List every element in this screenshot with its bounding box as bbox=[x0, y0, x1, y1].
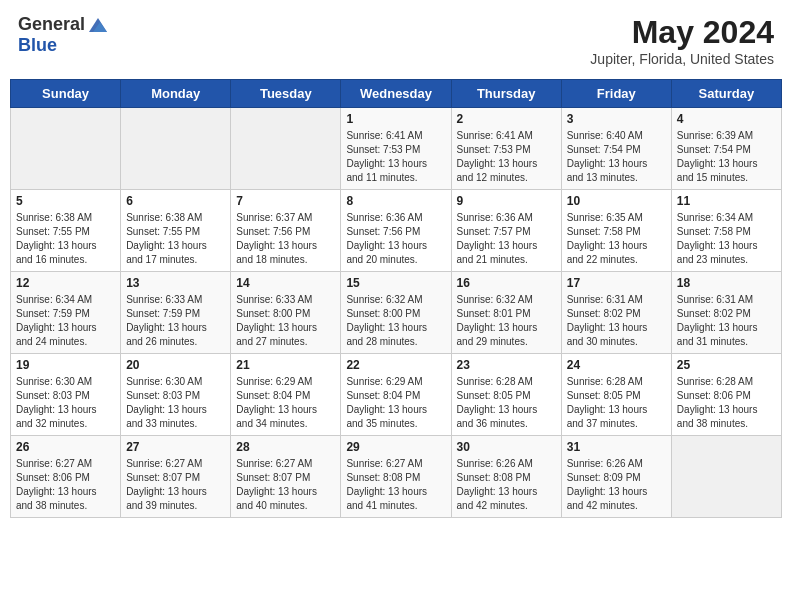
calendar-cell: 15Sunrise: 6:32 AM Sunset: 8:00 PM Dayli… bbox=[341, 272, 451, 354]
day-number: 5 bbox=[16, 194, 115, 208]
calendar-cell: 27Sunrise: 6:27 AM Sunset: 8:07 PM Dayli… bbox=[121, 436, 231, 518]
day-info: Sunrise: 6:31 AM Sunset: 8:02 PM Dayligh… bbox=[567, 293, 666, 349]
calendar-cell: 28Sunrise: 6:27 AM Sunset: 8:07 PM Dayli… bbox=[231, 436, 341, 518]
calendar-cell bbox=[671, 436, 781, 518]
logo: General Blue bbox=[18, 14, 109, 56]
day-info: Sunrise: 6:27 AM Sunset: 8:08 PM Dayligh… bbox=[346, 457, 445, 513]
calendar-cell: 21Sunrise: 6:29 AM Sunset: 8:04 PM Dayli… bbox=[231, 354, 341, 436]
day-info: Sunrise: 6:34 AM Sunset: 7:59 PM Dayligh… bbox=[16, 293, 115, 349]
day-info: Sunrise: 6:28 AM Sunset: 8:06 PM Dayligh… bbox=[677, 375, 776, 431]
calendar-cell: 11Sunrise: 6:34 AM Sunset: 7:58 PM Dayli… bbox=[671, 190, 781, 272]
day-info: Sunrise: 6:41 AM Sunset: 7:53 PM Dayligh… bbox=[346, 129, 445, 185]
day-info: Sunrise: 6:32 AM Sunset: 8:00 PM Dayligh… bbox=[346, 293, 445, 349]
calendar-cell: 19Sunrise: 6:30 AM Sunset: 8:03 PM Dayli… bbox=[11, 354, 121, 436]
day-info: Sunrise: 6:34 AM Sunset: 7:58 PM Dayligh… bbox=[677, 211, 776, 267]
day-of-week-wednesday: Wednesday bbox=[341, 80, 451, 108]
day-number: 3 bbox=[567, 112, 666, 126]
day-number: 13 bbox=[126, 276, 225, 290]
day-info: Sunrise: 6:31 AM Sunset: 8:02 PM Dayligh… bbox=[677, 293, 776, 349]
day-number: 23 bbox=[457, 358, 556, 372]
calendar-cell: 24Sunrise: 6:28 AM Sunset: 8:05 PM Dayli… bbox=[561, 354, 671, 436]
page-header: General Blue May 2024 Jupiter, Florida, … bbox=[10, 10, 782, 71]
day-of-week-tuesday: Tuesday bbox=[231, 80, 341, 108]
calendar-cell bbox=[121, 108, 231, 190]
day-info: Sunrise: 6:27 AM Sunset: 8:07 PM Dayligh… bbox=[126, 457, 225, 513]
calendar-cell: 2Sunrise: 6:41 AM Sunset: 7:53 PM Daylig… bbox=[451, 108, 561, 190]
day-number: 9 bbox=[457, 194, 556, 208]
logo-icon bbox=[87, 14, 109, 36]
week-row-4: 19Sunrise: 6:30 AM Sunset: 8:03 PM Dayli… bbox=[11, 354, 782, 436]
calendar-cell: 8Sunrise: 6:36 AM Sunset: 7:56 PM Daylig… bbox=[341, 190, 451, 272]
calendar-cell: 9Sunrise: 6:36 AM Sunset: 7:57 PM Daylig… bbox=[451, 190, 561, 272]
day-number: 11 bbox=[677, 194, 776, 208]
title-block: May 2024 Jupiter, Florida, United States bbox=[590, 14, 774, 67]
day-info: Sunrise: 6:41 AM Sunset: 7:53 PM Dayligh… bbox=[457, 129, 556, 185]
calendar-cell: 16Sunrise: 6:32 AM Sunset: 8:01 PM Dayli… bbox=[451, 272, 561, 354]
calendar-cell: 26Sunrise: 6:27 AM Sunset: 8:06 PM Dayli… bbox=[11, 436, 121, 518]
logo-blue: Blue bbox=[18, 36, 57, 56]
day-number: 30 bbox=[457, 440, 556, 454]
calendar-cell: 25Sunrise: 6:28 AM Sunset: 8:06 PM Dayli… bbox=[671, 354, 781, 436]
week-row-2: 5Sunrise: 6:38 AM Sunset: 7:55 PM Daylig… bbox=[11, 190, 782, 272]
calendar-table: SundayMondayTuesdayWednesdayThursdayFrid… bbox=[10, 79, 782, 518]
day-of-week-sunday: Sunday bbox=[11, 80, 121, 108]
day-info: Sunrise: 6:29 AM Sunset: 8:04 PM Dayligh… bbox=[346, 375, 445, 431]
day-info: Sunrise: 6:39 AM Sunset: 7:54 PM Dayligh… bbox=[677, 129, 776, 185]
calendar-cell: 1Sunrise: 6:41 AM Sunset: 7:53 PM Daylig… bbox=[341, 108, 451, 190]
day-number: 31 bbox=[567, 440, 666, 454]
day-of-week-thursday: Thursday bbox=[451, 80, 561, 108]
day-number: 7 bbox=[236, 194, 335, 208]
week-row-1: 1Sunrise: 6:41 AM Sunset: 7:53 PM Daylig… bbox=[11, 108, 782, 190]
day-number: 25 bbox=[677, 358, 776, 372]
calendar-cell: 17Sunrise: 6:31 AM Sunset: 8:02 PM Dayli… bbox=[561, 272, 671, 354]
day-number: 20 bbox=[126, 358, 225, 372]
day-info: Sunrise: 6:33 AM Sunset: 7:59 PM Dayligh… bbox=[126, 293, 225, 349]
day-number: 12 bbox=[16, 276, 115, 290]
calendar-cell: 18Sunrise: 6:31 AM Sunset: 8:02 PM Dayli… bbox=[671, 272, 781, 354]
subtitle: Jupiter, Florida, United States bbox=[590, 51, 774, 67]
calendar-cell: 13Sunrise: 6:33 AM Sunset: 7:59 PM Dayli… bbox=[121, 272, 231, 354]
day-info: Sunrise: 6:26 AM Sunset: 8:08 PM Dayligh… bbox=[457, 457, 556, 513]
calendar-cell bbox=[231, 108, 341, 190]
day-info: Sunrise: 6:27 AM Sunset: 8:06 PM Dayligh… bbox=[16, 457, 115, 513]
day-number: 29 bbox=[346, 440, 445, 454]
calendar-cell: 29Sunrise: 6:27 AM Sunset: 8:08 PM Dayli… bbox=[341, 436, 451, 518]
day-info: Sunrise: 6:28 AM Sunset: 8:05 PM Dayligh… bbox=[567, 375, 666, 431]
day-number: 2 bbox=[457, 112, 556, 126]
day-info: Sunrise: 6:26 AM Sunset: 8:09 PM Dayligh… bbox=[567, 457, 666, 513]
day-info: Sunrise: 6:37 AM Sunset: 7:56 PM Dayligh… bbox=[236, 211, 335, 267]
day-of-week-monday: Monday bbox=[121, 80, 231, 108]
day-info: Sunrise: 6:30 AM Sunset: 8:03 PM Dayligh… bbox=[16, 375, 115, 431]
calendar-cell: 23Sunrise: 6:28 AM Sunset: 8:05 PM Dayli… bbox=[451, 354, 561, 436]
calendar-cell: 10Sunrise: 6:35 AM Sunset: 7:58 PM Dayli… bbox=[561, 190, 671, 272]
day-number: 28 bbox=[236, 440, 335, 454]
day-number: 19 bbox=[16, 358, 115, 372]
main-title: May 2024 bbox=[590, 14, 774, 51]
day-info: Sunrise: 6:36 AM Sunset: 7:57 PM Dayligh… bbox=[457, 211, 556, 267]
day-info: Sunrise: 6:27 AM Sunset: 8:07 PM Dayligh… bbox=[236, 457, 335, 513]
day-number: 14 bbox=[236, 276, 335, 290]
day-number: 27 bbox=[126, 440, 225, 454]
day-info: Sunrise: 6:38 AM Sunset: 7:55 PM Dayligh… bbox=[126, 211, 225, 267]
calendar-cell: 12Sunrise: 6:34 AM Sunset: 7:59 PM Dayli… bbox=[11, 272, 121, 354]
day-info: Sunrise: 6:29 AM Sunset: 8:04 PM Dayligh… bbox=[236, 375, 335, 431]
day-number: 10 bbox=[567, 194, 666, 208]
day-number: 16 bbox=[457, 276, 556, 290]
day-info: Sunrise: 6:35 AM Sunset: 7:58 PM Dayligh… bbox=[567, 211, 666, 267]
day-number: 26 bbox=[16, 440, 115, 454]
day-info: Sunrise: 6:28 AM Sunset: 8:05 PM Dayligh… bbox=[457, 375, 556, 431]
calendar-cell: 30Sunrise: 6:26 AM Sunset: 8:08 PM Dayli… bbox=[451, 436, 561, 518]
calendar-cell: 7Sunrise: 6:37 AM Sunset: 7:56 PM Daylig… bbox=[231, 190, 341, 272]
day-of-week-saturday: Saturday bbox=[671, 80, 781, 108]
day-number: 22 bbox=[346, 358, 445, 372]
calendar-cell: 14Sunrise: 6:33 AM Sunset: 8:00 PM Dayli… bbox=[231, 272, 341, 354]
calendar-cell: 4Sunrise: 6:39 AM Sunset: 7:54 PM Daylig… bbox=[671, 108, 781, 190]
day-number: 18 bbox=[677, 276, 776, 290]
day-number: 8 bbox=[346, 194, 445, 208]
calendar-cell: 20Sunrise: 6:30 AM Sunset: 8:03 PM Dayli… bbox=[121, 354, 231, 436]
day-number: 17 bbox=[567, 276, 666, 290]
calendar-cell: 5Sunrise: 6:38 AM Sunset: 7:55 PM Daylig… bbox=[11, 190, 121, 272]
week-row-5: 26Sunrise: 6:27 AM Sunset: 8:06 PM Dayli… bbox=[11, 436, 782, 518]
day-info: Sunrise: 6:38 AM Sunset: 7:55 PM Dayligh… bbox=[16, 211, 115, 267]
day-number: 15 bbox=[346, 276, 445, 290]
